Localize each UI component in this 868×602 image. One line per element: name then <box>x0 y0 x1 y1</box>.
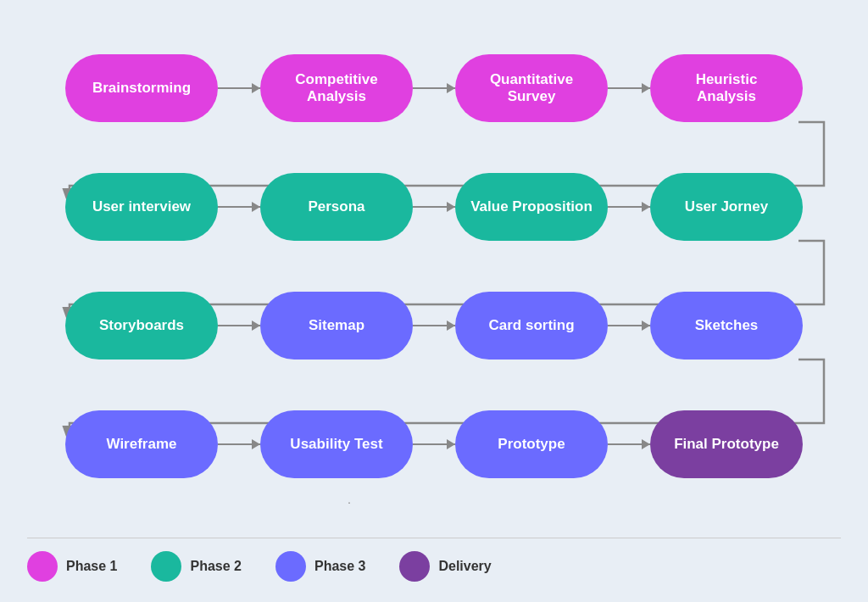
row-1: Brainstorming CompetitiveAnalysis Quanti… <box>27 37 841 139</box>
legend-phase3: Phase 3 <box>275 551 365 582</box>
user-journey-node: User Jorney <box>650 173 803 241</box>
diagram: Brainstorming CompetitiveAnalysis Quanti… <box>27 20 841 582</box>
legend-phase1: Phase 1 <box>27 551 117 582</box>
row-2: User interview Persona Value Proposition… <box>27 156 841 258</box>
prototype-node: Prototype <box>455 410 608 478</box>
legend-phase2: Phase 2 <box>151 551 241 582</box>
legend-delivery: Delivery <box>399 551 491 582</box>
legend-phase2-dot <box>151 551 181 582</box>
legend-phase3-label: Phase 3 <box>314 559 365 574</box>
legend-delivery-label: Delivery <box>438 559 491 574</box>
user-interview-node: User interview <box>65 173 218 241</box>
legend-phase2-label: Phase 2 <box>190 559 241 574</box>
competitive-analysis-node: CompetitiveAnalysis <box>260 54 413 122</box>
usability-test-node: Usability Test <box>260 410 413 478</box>
row-4: Wireframe Usability Test Prototype Final… <box>27 393 841 495</box>
legend: Phase 1 Phase 2 Phase 3 Delivery <box>27 538 841 582</box>
wireframe-node: Wireframe <box>65 410 218 478</box>
brainstorming-node: Brainstorming <box>65 54 218 122</box>
quantitative-survey-node: QuantitativeSurvey <box>455 54 608 122</box>
sitemap-node: Sitemap <box>260 292 413 360</box>
legend-phase1-label: Phase 1 <box>66 559 117 574</box>
heuristic-analysis-node: HeuristicAnalysis <box>650 54 803 122</box>
card-sorting-node: Card sorting <box>455 292 608 360</box>
storyboards-node: Storyboards <box>65 292 218 360</box>
rows-wrapper: Brainstorming CompetitiveAnalysis Quanti… <box>27 37 841 529</box>
persona-node: Persona <box>260 173 413 241</box>
row-3: Storyboards Sitemap Card sorting Sketche… <box>27 275 841 376</box>
feedback-spacer <box>27 495 841 529</box>
value-proposition-node: Value Proposition <box>455 173 608 241</box>
final-prototype-node: Final Prototype <box>650 410 803 478</box>
legend-delivery-dot <box>399 551 430 582</box>
legend-phase3-dot <box>275 551 306 582</box>
sketches-node: Sketches <box>650 292 803 360</box>
legend-phase1-dot <box>27 551 58 582</box>
